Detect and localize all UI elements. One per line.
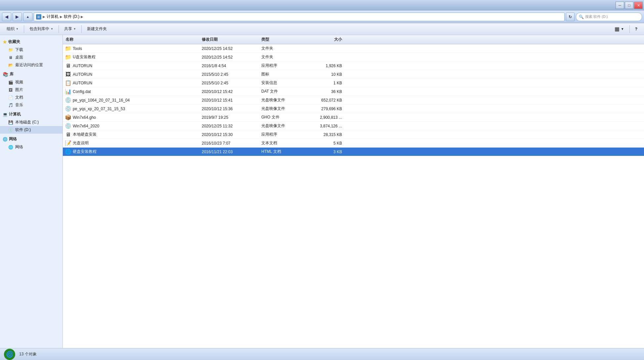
titlebar: ─ □ ✕ — [0, 0, 644, 11]
file-type: HTML 文档 — [261, 149, 308, 155]
star-icon: ★ — [3, 39, 7, 45]
sidebar-item-image[interactable]: 🖼 图片 — [0, 86, 63, 94]
sidebar-library-section: 📚 库 🎬 视频 🖼 图片 📄 文档 🎵 音乐 — [0, 70, 63, 109]
cdrive-icon: 💾 — [8, 120, 13, 125]
table-row[interactable]: 🖼 AUTORUN 2015/5/10 2:45 图标 10 KB — [63, 70, 644, 79]
file-icon-iso: 💿 — [65, 123, 71, 129]
file-name: AUTORUN — [73, 81, 202, 85]
share-button[interactable]: 共享 ▼ — [61, 24, 79, 34]
file-date: 2020/10/12 15:36 — [202, 107, 261, 111]
help-button[interactable]: ? — [632, 24, 641, 34]
music-icon: 🎵 — [8, 103, 13, 108]
file-size: 3,874,126 ... — [308, 124, 347, 128]
include-arrow: ▼ — [51, 27, 53, 30]
sidebar-item-video[interactable]: 🎬 视频 — [0, 78, 63, 86]
maximize-button[interactable]: □ — [625, 2, 633, 9]
organize-button[interactable]: 组织 ▼ — [3, 24, 22, 34]
main-layout: ★ 收藏夹 📁 下载 🖥 桌面 📂 最近访问的位置 📚 库 — [0, 35, 644, 348]
sidebar-item-desktop[interactable]: 🖥 桌面 — [0, 54, 63, 61]
addressbar: ◀ ▶ ▲ ⊞ ▶ 计算机 ▶ 软件 (D:) ▶ ↻ 🔍 搜索 软件 (D:) — [0, 11, 644, 23]
statusbar-count: 13 个对象 — [19, 351, 37, 357]
table-row[interactable]: 🖥 本地硬盘安装 2020/10/12 15:30 应用程序 28,315 KB — [63, 130, 644, 139]
file-date: 2016/11/21 22:03 — [202, 150, 261, 154]
table-row[interactable]: 📁 Tools 2020/12/25 14:52 文件夹 — [63, 44, 644, 53]
breadcrumb[interactable]: ⊞ ▶ 计算机 ▶ 软件 (D:) ▶ — [34, 13, 565, 21]
sidebar-favorites-header[interactable]: ★ 收藏夹 — [0, 38, 63, 46]
sidebar-item-music[interactable]: 🎵 音乐 — [0, 101, 63, 109]
close-button[interactable]: ✕ — [634, 2, 643, 9]
sidebar-item-download[interactable]: 📁 下载 — [0, 46, 63, 54]
video-icon: 🎬 — [8, 80, 13, 85]
minimize-button[interactable]: ─ — [616, 2, 624, 9]
sidebar-item-network-label: 网络 — [15, 144, 23, 150]
file-type: 文本文档 — [261, 140, 308, 146]
file-rows-container: 📁 Tools 2020/12/25 14:52 文件夹 📁 U盘安装教程 20… — [63, 44, 644, 156]
col-header-type[interactable]: 类型 — [261, 37, 308, 42]
view-button[interactable]: ▦▼ — [611, 24, 627, 34]
file-name: AUTORUN — [73, 64, 202, 68]
table-row[interactable]: 🖥 AUTORUN 2016/1/8 4:54 应用程序 1,926 KB — [63, 62, 644, 70]
file-type: 文件夹 — [261, 46, 308, 51]
col-header-size[interactable]: 大小 — [308, 37, 347, 42]
table-row[interactable]: 📋 AUTORUN 2015/5/10 2:45 安装信息 1 KB — [63, 79, 644, 87]
sidebar-network-section: 🌐 网络 🌐 网络 — [0, 135, 63, 151]
file-icon-folder: 📁 — [65, 45, 71, 52]
sidebar: ★ 收藏夹 📁 下载 🖥 桌面 📂 最近访问的位置 📚 库 — [0, 35, 63, 348]
breadcrumb-drive[interactable]: 软件 (D:) — [64, 14, 79, 20]
folder-icon: 📁 — [8, 47, 13, 53]
file-size: 1,926 KB — [308, 64, 347, 68]
back-button[interactable]: ◀ — [2, 13, 11, 21]
sidebar-computer-header[interactable]: 💻 计算机 — [0, 110, 63, 118]
table-row[interactable]: 💿 Win7x64_2020 2020/12/25 11:32 光盘映像文件 3… — [63, 122, 644, 130]
col-header-name[interactable]: 名称 — [63, 37, 202, 42]
include-button[interactable]: 包含到库中 ▼ — [26, 24, 57, 34]
sidebar-item-ddrive[interactable]: 💿 软件 (D:) — [0, 126, 63, 134]
filelist-header: 名称 修改日期 类型 大小 — [63, 35, 644, 44]
col-header-date[interactable]: 修改日期 — [202, 37, 261, 42]
table-row[interactable]: 📝 光盘说明 2016/10/23 7:07 文本文档 5 KB — [63, 139, 644, 148]
file-icon-ico: 🖼 — [65, 71, 71, 78]
breadcrumb-computer[interactable]: 计算机 — [47, 14, 59, 20]
file-size: 28,315 KB — [308, 132, 347, 137]
file-type: 光盘映像文件 — [261, 123, 308, 129]
file-icon-exe: 🖥 — [65, 63, 71, 69]
library-icon: 📚 — [3, 72, 8, 77]
file-list: 名称 修改日期 类型 大小 📁 Tools 2020/12/25 14:52 文… — [63, 35, 644, 348]
file-size: 652,072 KB — [308, 98, 347, 103]
file-date: 2020/10/12 15:41 — [202, 98, 261, 103]
new-folder-button[interactable]: 新建文件夹 — [84, 24, 110, 34]
sidebar-item-document-label: 文档 — [15, 95, 23, 100]
sidebar-item-network[interactable]: 🌐 网络 — [0, 143, 63, 151]
forward-button[interactable]: ▶ — [13, 13, 22, 21]
search-bar[interactable]: 🔍 搜索 软件 (D:) — [576, 13, 642, 21]
file-icon-html: 🌐 — [65, 149, 71, 155]
sidebar-network-label: 网络 — [9, 136, 17, 142]
sidebar-computer-section: 💻 计算机 💾 本地磁盘 (C:) 💿 软件 (D:) — [0, 110, 63, 134]
table-row[interactable]: 📦 Win7x64.gho 2019/9/7 19:25 GHO 文件 2,90… — [63, 113, 644, 122]
sidebar-item-cdrive[interactable]: 💾 本地磁盘 (C:) — [0, 118, 63, 126]
up-button[interactable]: ▲ — [23, 13, 32, 21]
file-date: 2020/10/12 15:30 — [202, 132, 261, 137]
table-row[interactable]: 🌐 硬盘安装教程 2016/11/21 22:03 HTML 文档 3 KB — [63, 148, 644, 156]
sidebar-item-document[interactable]: 📄 文档 — [0, 94, 63, 101]
file-icon-inf: 📋 — [65, 80, 71, 86]
sidebar-library-label: 库 — [10, 71, 14, 77]
sidebar-library-header[interactable]: 📚 库 — [0, 70, 63, 78]
table-row[interactable]: 💿 pe_yqs_xp_20_07_31_15_53 2020/10/12 15… — [63, 105, 644, 113]
sidebar-item-cdrive-label: 本地磁盘 (C:) — [15, 119, 39, 125]
file-icon-gho: 📦 — [65, 114, 71, 121]
sidebar-favorites-label: 收藏夹 — [8, 39, 20, 45]
table-row[interactable]: 📁 U盘安装教程 2020/12/25 14:52 文件夹 — [63, 53, 644, 62]
file-name: pe_yqs_xp_20_07_31_15_53 — [73, 107, 202, 111]
computer-icon: 💻 — [3, 112, 8, 117]
file-date: 2020/12/25 14:52 — [202, 46, 261, 51]
file-date: 2020/12/25 14:52 — [202, 55, 261, 60]
sidebar-item-recent[interactable]: 📂 最近访问的位置 — [0, 61, 63, 69]
table-row[interactable]: 📊 Config.dat 2020/10/12 15:42 DAT 文件 36 … — [63, 87, 644, 96]
refresh-button[interactable]: ↻ — [566, 13, 575, 21]
file-name: U盘安装教程 — [73, 54, 202, 60]
file-type: 应用程序 — [261, 132, 308, 137]
table-row[interactable]: 💿 pe_yqs_1064_20_07_31_16_04 2020/10/12 … — [63, 96, 644, 105]
sidebar-network-header[interactable]: 🌐 网络 — [0, 135, 63, 143]
toolbar-divider-4 — [629, 25, 630, 33]
